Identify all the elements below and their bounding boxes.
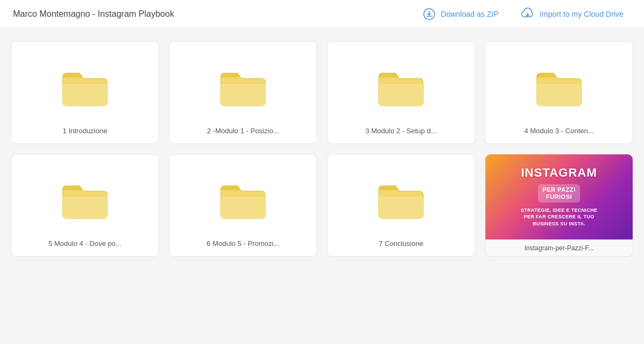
folder-icon	[61, 179, 109, 220]
folder-icon-wrap	[535, 53, 583, 121]
folder-icon-wrap	[61, 53, 109, 121]
folder-card-7[interactable]: 7 Conclusione	[327, 154, 475, 257]
folder-icon	[377, 67, 425, 107]
instagram-preview: INSTAGRAM PER PAZZI FURIOSI STRATEGIE, I…	[485, 154, 633, 239]
folder-card-2[interactable]: 2 -Modulo 1 - Posizio...	[169, 41, 317, 144]
folder-icon-wrap	[219, 53, 267, 121]
download-zip-button[interactable]: Download as ZIP	[414, 3, 507, 25]
folder-card-3[interactable]: 3 Modulo 2 - Setup d...	[327, 41, 475, 144]
ig-subtitle: STRATEGIE, IDEE E TECNICHEPER FAR CRESCE…	[521, 207, 597, 228]
download-icon	[422, 7, 437, 22]
folder-label-7: 7 Conclusione	[379, 239, 423, 248]
ig-title: INSTAGRAM	[521, 166, 597, 179]
ig-badge-text: PER PAZZI FURIOSI	[542, 186, 575, 200]
folder-icon-wrap	[61, 165, 109, 234]
folder-card-6[interactable]: 6 Modulo 5 - Promozi...	[169, 154, 317, 257]
file-grid: 1 Introduzione 2 -Modulo 1 - Posizio...	[11, 41, 633, 257]
folder-icon	[219, 67, 267, 107]
svg-rect-1	[63, 82, 107, 106]
folder-card-4[interactable]: 4 Modulo 3 - Conten...	[485, 41, 633, 144]
folder-icon	[61, 67, 109, 107]
svg-rect-6	[221, 194, 265, 218]
folder-icon	[535, 67, 583, 107]
header-actions: Download as ZIP Import to my Cloud Drive	[414, 3, 631, 25]
folder-icon	[219, 179, 267, 220]
svg-rect-7	[379, 194, 423, 218]
header: Marco Montemagno - Instagram Playbook Do…	[0, 0, 644, 28]
folder-label-3: 3 Modulo 2 - Setup d...	[365, 127, 437, 135]
svg-rect-3	[379, 82, 423, 106]
folder-card-1[interactable]: 1 Introduzione	[11, 41, 159, 144]
import-cloud-button[interactable]: Import to my Cloud Drive	[512, 3, 631, 25]
folder-icon-wrap	[377, 165, 425, 234]
folder-card-5[interactable]: 5 Modulo 4 - Dove po...	[11, 154, 159, 257]
main-content: 1 Introduzione 2 -Modulo 1 - Posizio...	[0, 28, 644, 344]
image-card-label: Instagram-per-Pazzi-F...	[485, 239, 633, 256]
import-cloud-label: Import to my Cloud Drive	[540, 10, 623, 18]
ig-badge-line2: FURIOSI	[542, 193, 575, 200]
folder-icon	[377, 179, 425, 220]
download-zip-label: Download as ZIP	[441, 10, 499, 18]
folder-label-6: 6 Modulo 5 - Promozi...	[207, 239, 279, 248]
svg-rect-5	[63, 194, 107, 218]
ig-badge-line1: PER PAZZI	[542, 186, 575, 193]
svg-rect-4	[537, 82, 581, 106]
folder-label-2: 2 -Modulo 1 - Posizio...	[207, 127, 279, 135]
cloud-icon	[520, 7, 535, 22]
folder-icon-wrap	[377, 53, 425, 121]
folder-icon-wrap	[219, 165, 267, 234]
folder-label-1: 1 Introduzione	[63, 127, 107, 135]
folder-label-5: 5 Modulo 4 - Dove po...	[48, 239, 121, 248]
folder-label-4: 4 Modulo 3 - Conten...	[524, 127, 594, 135]
page-title: Marco Montemagno - Instagram Playbook	[13, 9, 174, 19]
ig-badge: PER PAZZI FURIOSI	[538, 184, 580, 203]
image-card[interactable]: INSTAGRAM PER PAZZI FURIOSI STRATEGIE, I…	[485, 154, 633, 257]
svg-rect-2	[221, 82, 265, 106]
